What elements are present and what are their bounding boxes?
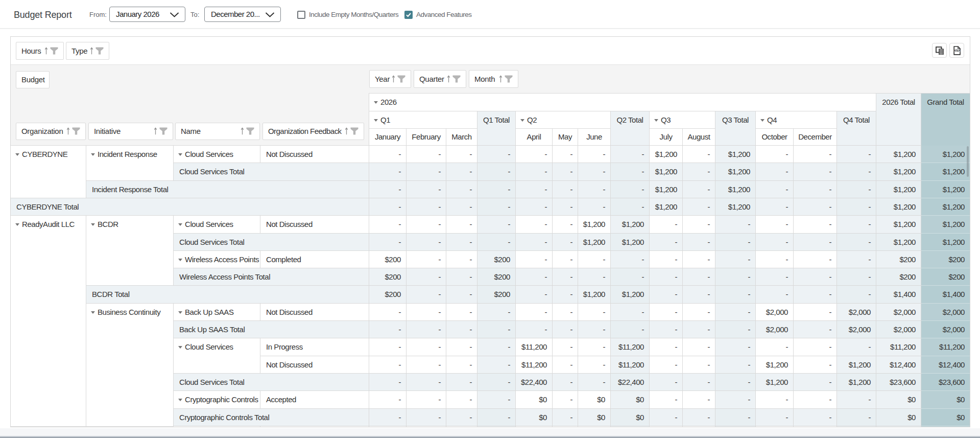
svg-text:xlsx: xlsx: [954, 49, 961, 52]
